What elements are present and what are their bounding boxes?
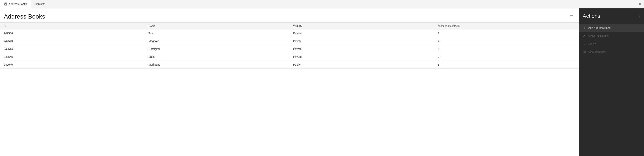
actions-panel: Actions › + Add Address Book View/Edit D… (579, 8, 644, 156)
cell-visibility: Private (290, 45, 434, 53)
svg-point-6 (583, 51, 586, 53)
cell-id: 242544 (0, 45, 145, 53)
cell-name: Test (145, 29, 290, 37)
cell-contacts: 3 (434, 61, 579, 69)
cell-name: Sales (145, 53, 290, 61)
page-title: Address Books (4, 13, 45, 20)
address-books-table: ID Name Visibility Number of contacts 24… (0, 22, 579, 69)
tab-contacts-label: Contacts (35, 2, 45, 5)
action-item-delete: × Delete (579, 40, 644, 48)
column-header-visibility: Visibility (290, 23, 434, 29)
main-area: Address Books ☰ ID Name Visibility Numbe… (0, 8, 644, 156)
cell-id: 242543 (0, 37, 145, 45)
cell-id: 242546 (0, 61, 145, 69)
eye-icon (582, 50, 586, 54)
table-row[interactable]: 242546 Marketing Public 3 (0, 61, 579, 69)
hamburger-icon: ☰ (570, 15, 574, 19)
plus-icon: + (582, 26, 586, 30)
action-item-add-address-book[interactable]: + Add Address Book (579, 24, 644, 32)
cell-name: Marketing (145, 61, 290, 69)
table-row[interactable]: 242543 Magnolia Private 4 (0, 37, 579, 45)
actions-header: Actions › (579, 8, 644, 22)
page-header: Address Books ☰ (0, 8, 579, 22)
cell-id: 242536 (0, 29, 145, 37)
column-header-id: ID (0, 23, 145, 29)
cell-contacts: 5 (434, 45, 579, 53)
actions-chevron-icon[interactable]: › (639, 14, 640, 18)
cell-contacts: 1 (434, 29, 579, 37)
cell-name: Dotdigital (145, 45, 290, 53)
cell-visibility: Private (290, 29, 434, 37)
table-header-row: ID Name Visibility Number of contacts (0, 23, 579, 29)
cell-contacts: 2 (434, 53, 579, 61)
table-row[interactable]: 242544 Dotdigital Private 5 (0, 45, 579, 53)
x-icon: × (582, 42, 586, 46)
table-row[interactable]: 242545 Sales Private 2 (0, 53, 579, 61)
column-header-contacts: Number of contacts (434, 23, 579, 29)
cell-visibility: Private (290, 53, 434, 61)
action-label: View/Edit Details (588, 34, 608, 37)
cell-visibility: Private (290, 37, 434, 45)
tab-bar: Address Books Contacts × (0, 0, 644, 8)
table-row[interactable]: 242536 Test Private 1 (0, 29, 579, 37)
action-item-view-edit-details: View/Edit Details (579, 32, 644, 40)
action-label: Add Address Book (588, 26, 610, 29)
tab-contacts[interactable]: Contacts (31, 0, 49, 8)
tab-address-books[interactable]: Address Books (0, 0, 31, 8)
action-label: Delete (588, 42, 596, 46)
content-area: Address Books ☰ ID Name Visibility Numbe… (0, 8, 579, 156)
cell-id: 242545 (0, 53, 145, 61)
actions-title: Actions (582, 13, 600, 19)
column-menu-button[interactable]: ☰ (568, 14, 575, 20)
cell-name: Magnolia (145, 37, 290, 45)
action-item-view-contacts: View Contacts (579, 48, 644, 56)
cell-visibility: Public (290, 61, 434, 69)
address-book-icon (4, 2, 7, 6)
pencil-icon (582, 34, 586, 38)
action-label: View Contacts (588, 51, 606, 54)
tab-address-books-label: Address Books (9, 2, 27, 5)
svg-point-7 (584, 52, 585, 53)
column-header-name: Name (145, 23, 290, 29)
actions-list: + Add Address Book View/Edit Details × D… (579, 22, 644, 58)
cell-contacts: 4 (434, 37, 579, 45)
close-button[interactable]: × (636, 0, 644, 8)
